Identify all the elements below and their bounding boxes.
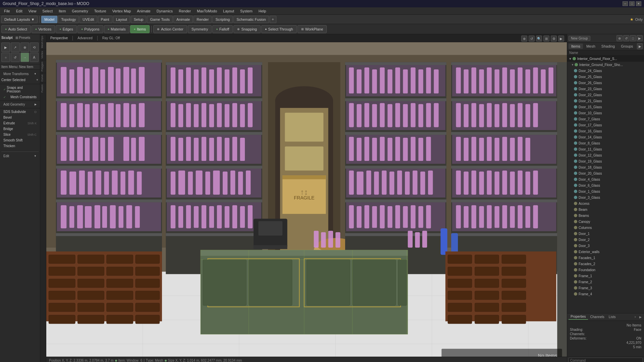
- foundation-list-item[interactable]: Foundation: [567, 267, 644, 273]
- tab-animate[interactable]: Animate: [173, 16, 193, 23]
- list-item[interactable]: Door_7_Glass: [567, 116, 644, 122]
- menu-geometry[interactable]: Geometry: [69, 8, 91, 14]
- tab-mesh[interactable]: Mesh: [584, 44, 598, 49]
- viewport-search[interactable]: 🔍: [536, 36, 542, 42]
- scale-tool[interactable]: ↗: [11, 43, 19, 52]
- list-item[interactable]: Door_6_Glass: [567, 182, 644, 188]
- tab-schematic-fusion[interactable]: Schematic Fusion: [233, 16, 269, 23]
- tab-scripting[interactable]: Scripting: [212, 16, 233, 23]
- thicken-item[interactable]: Thicken: [1, 143, 39, 149]
- tab-render[interactable]: Render: [194, 16, 212, 23]
- list-item[interactable]: Beams: [567, 213, 644, 219]
- list-item[interactable]: Beam: [567, 206, 644, 213]
- list-item[interactable]: Door_23_Glass: [567, 86, 644, 92]
- scene-3d[interactable]: FRAGILE ↑↕: [46, 42, 567, 357]
- default-layouts-dropdown[interactable]: Default Layouts ▼: [1, 16, 38, 23]
- falloff-button[interactable]: ● Falloff: [212, 25, 233, 33]
- list-item[interactable]: Door_20_Glass: [567, 170, 644, 176]
- snapping-button[interactable]: ⊕ Snapping: [233, 25, 261, 33]
- list-item[interactable]: Door_22_Glass: [567, 92, 644, 98]
- list-item[interactable]: Frame_2: [567, 279, 644, 285]
- list-item[interactable]: Door_14_Glass: [567, 134, 644, 140]
- list-item[interactable]: Door_3: [567, 243, 644, 249]
- minimize-button[interactable]: ─: [623, 1, 628, 6]
- list-item[interactable]: Door_19_Glass: [567, 158, 644, 164]
- list-item[interactable]: Door_1: [567, 231, 644, 237]
- right-icon-3[interactable]: □: [630, 35, 636, 41]
- polygons-button[interactable]: ● Polygons: [77, 25, 103, 33]
- add-geometry-toggle[interactable]: Add Geometry ▶: [1, 102, 39, 107]
- list-item[interactable]: Door_8_Glass: [567, 140, 644, 146]
- items-button[interactable]: ● Items: [130, 25, 150, 33]
- edit-toggle[interactable]: Edit ▼: [1, 153, 39, 159]
- menu-file[interactable]: File: [1, 8, 13, 14]
- viewport-icon-5[interactable]: ⚙: [551, 36, 557, 42]
- extrude-item[interactable]: Extrude Shift-X: [1, 120, 39, 126]
- strip-mesh-ops[interactable]: Mesh Ops: [40, 34, 46, 49]
- list-item[interactable]: Door_25_Glass: [567, 74, 644, 80]
- menu-help[interactable]: Help: [256, 8, 269, 14]
- more-transforms-toggle[interactable]: More Transforms ▼: [1, 71, 39, 77]
- menu-item[interactable]: Item: [56, 8, 68, 14]
- menu-animate[interactable]: Animate: [134, 8, 153, 14]
- tab-lists[interactable]: Lists: [607, 314, 618, 319]
- auto-select-button[interactable]: ● Auto Select: [1, 25, 31, 33]
- tab-game-tools[interactable]: Game Tools: [147, 16, 173, 23]
- menu-vertex-map[interactable]: Vertex Map: [110, 8, 134, 14]
- props-collapse[interactable]: ▶: [638, 315, 643, 319]
- viewport-icon-4[interactable]: ⊞: [543, 36, 549, 42]
- list-item[interactable]: Door_17_Glass: [567, 122, 644, 128]
- bridge-item[interactable]: Bridge: [1, 126, 39, 132]
- list-item[interactable]: Frame_4: [567, 291, 644, 297]
- right-tab-expand[interactable]: ▶: [637, 43, 643, 49]
- select-through-button[interactable]: ● Select Through: [261, 25, 297, 33]
- transform-tool[interactable]: ⟲: [30, 43, 39, 52]
- advanced-button[interactable]: Advanced: [75, 36, 94, 41]
- close-button[interactable]: ✕: [636, 1, 641, 6]
- menu-texture[interactable]: Texture: [92, 8, 109, 14]
- edges-button[interactable]: ● Edges: [56, 25, 77, 33]
- action-center-button[interactable]: ⊕ Action Center: [153, 25, 187, 33]
- slice-item[interactable]: Slice Shift-C: [1, 132, 39, 137]
- strip-polygon[interactable]: Polygon: [40, 60, 46, 73]
- list-item[interactable]: Facades_2: [567, 261, 644, 267]
- add-workspace-button[interactable]: +: [270, 16, 276, 23]
- list-item[interactable]: Canopy: [567, 219, 644, 225]
- vertices-button[interactable]: ● Vertices: [32, 25, 55, 33]
- list-item[interactable]: Door_10_Glass: [567, 110, 644, 116]
- smooth-shift-item[interactable]: Smooth Shift: [1, 137, 39, 143]
- menu-render[interactable]: Render: [176, 8, 194, 14]
- perspective-button[interactable]: Perspective: [48, 36, 70, 41]
- menu-layout[interactable]: Layout: [220, 8, 237, 14]
- list-item[interactable]: ▼ Interior_Ground_Floor_Sho...: [567, 62, 644, 68]
- tab-setup[interactable]: Setup: [131, 16, 147, 23]
- menu-maxtomodo[interactable]: MaxToModo: [194, 8, 220, 14]
- right-icon-2[interactable]: ↺: [623, 35, 629, 41]
- maximize-button[interactable]: □: [629, 1, 635, 6]
- scene-root-item[interactable]: ▼ Interior_Ground_Floor_S...: [567, 56, 644, 62]
- strip-vertex[interactable]: Vertex: [40, 49, 46, 60]
- props-expand[interactable]: +: [633, 315, 638, 319]
- tab-shading[interactable]: Shading: [599, 44, 618, 49]
- undo-tool[interactable]: ↺: [11, 53, 19, 62]
- workplane-button[interactable]: ⊞ WorkPlane: [298, 25, 327, 33]
- move-tool[interactable]: ▶: [1, 43, 10, 52]
- menu-system[interactable]: System: [237, 8, 255, 14]
- strip-curve[interactable]: Curve: [40, 73, 46, 83]
- list-item[interactable]: Door_26_Glass: [567, 80, 644, 86]
- menu-dynamics[interactable]: Dynamics: [154, 8, 175, 14]
- list-item[interactable]: Access: [567, 200, 644, 206]
- list-item[interactable]: Door_1_Glass: [567, 188, 644, 194]
- sds-subdivide-item[interactable]: SDS Subdivide D: [1, 109, 39, 115]
- list-item[interactable]: Exterior_walls: [567, 249, 644, 255]
- viewport[interactable]: Perspective Advanced Ray GL: Off ⊕ ↺ 🔍 ⊞…: [46, 34, 567, 362]
- list-item[interactable]: Door_11_Glass: [567, 146, 644, 152]
- symmetry-button[interactable]: Symmetry: [188, 25, 212, 33]
- tab-properties[interactable]: Properties: [569, 314, 588, 320]
- list-item[interactable]: Door_24_Glass: [567, 68, 644, 74]
- tab-channels[interactable]: Channels: [588, 314, 606, 319]
- tab-groups[interactable]: Groups: [618, 44, 636, 49]
- strip-fusion[interactable]: Fusion: [40, 83, 46, 94]
- tab-items[interactable]: Items: [569, 44, 583, 49]
- materials-button[interactable]: ● Materials: [104, 25, 129, 33]
